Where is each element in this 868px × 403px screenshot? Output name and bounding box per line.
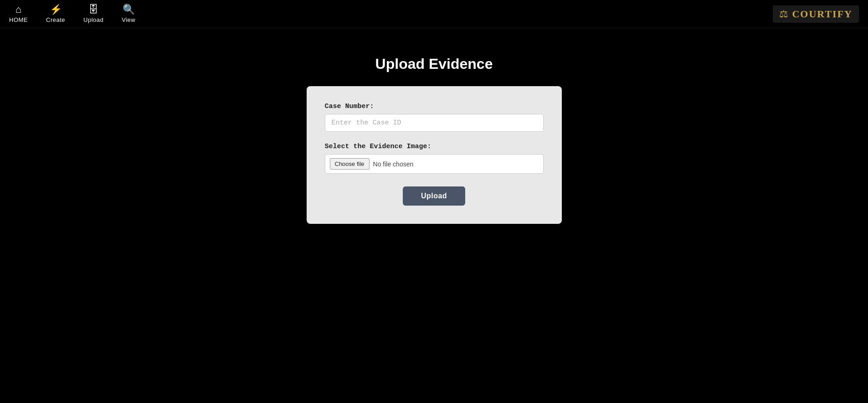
view-icon: 🔍 <box>123 5 135 15</box>
nav-view-label: View <box>122 16 135 23</box>
file-chosen-text: No file chosen <box>373 160 414 168</box>
brand-logo: ⚖ COURTIFY <box>773 5 859 23</box>
evidence-image-label: Select the Evidence Image: <box>325 143 544 150</box>
upload-button-wrapper: Upload <box>325 186 544 206</box>
home-icon: ⌂ <box>15 5 21 15</box>
page-title: Upload Evidence <box>375 56 493 72</box>
case-number-group: Case Number: <box>325 103 544 132</box>
upload-icon: 🗄 <box>88 5 98 15</box>
choose-file-button[interactable]: Choose file <box>330 158 370 170</box>
create-icon: ⚡ <box>50 5 62 15</box>
brand-name: COURTIFY <box>792 8 853 20</box>
nav-upload[interactable]: 🗄 Upload <box>83 5 103 23</box>
file-input-wrapper[interactable]: Choose file No file chosen <box>325 154 544 174</box>
evidence-image-group: Select the Evidence Image: Choose file N… <box>325 143 544 174</box>
main-content: Upload Evidence Case Number: Select the … <box>0 28 868 224</box>
nav-create-label: Create <box>46 16 65 23</box>
nav-view[interactable]: 🔍 View <box>122 5 135 23</box>
navbar: ⌂ HOME ⚡ Create 🗄 Upload 🔍 View ⚖ COURTI… <box>0 0 868 28</box>
scales-icon: ⚖ <box>779 8 788 20</box>
nav-home[interactable]: ⌂ HOME <box>9 5 28 23</box>
nav-items: ⌂ HOME ⚡ Create 🗄 Upload 🔍 View <box>9 5 135 23</box>
nav-home-label: HOME <box>9 16 28 23</box>
nav-create[interactable]: ⚡ Create <box>46 5 65 23</box>
case-number-input[interactable] <box>325 114 544 132</box>
upload-form-card: Case Number: Select the Evidence Image: … <box>307 86 562 224</box>
nav-upload-label: Upload <box>83 16 103 23</box>
upload-button[interactable]: Upload <box>403 186 465 206</box>
case-number-label: Case Number: <box>325 103 544 110</box>
